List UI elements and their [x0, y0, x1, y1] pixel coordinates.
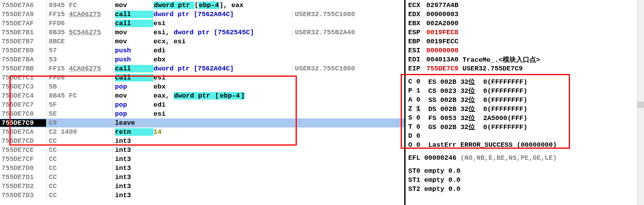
disasm-row[interactable]: 755DE7BBFF15 4CA06275calldword ptr [7562… [0, 64, 404, 73]
register-row[interactable]: ESI00000000 [408, 46, 644, 55]
register-name: EDI [408, 56, 426, 63]
disasm-row[interactable]: 755DE7AFFFD6callesi [0, 19, 404, 28]
instruction: int3 [113, 164, 292, 172]
mnemonic: retn [115, 128, 154, 136]
address: 755DE7B1 [0, 29, 46, 36]
comment: USER32.755C1080 [292, 65, 404, 72]
instruction: popedi [113, 101, 292, 109]
efl-row[interactable]: EFL 00000246 (NO,NB,E,BE,NS,PE,GE,LE) [408, 153, 644, 163]
operands: dword ptr [7562A04C] [154, 11, 234, 18]
segment-info: CS 0023 32位 0(FFFFFFFF) [420, 86, 527, 95]
instruction: retn14 [113, 128, 292, 136]
flag-value: 1 [416, 87, 420, 94]
flag-row[interactable]: S 0 FS 0053 32位 2A5000(FFF) [408, 113, 644, 122]
disasm-row[interactable]: 755DE7A68945 FCmovdword ptr [ebp-4], eax [0, 1, 404, 10]
disasm-row[interactable]: 755DE7CDCCint3 [0, 137, 404, 146]
bytes: CC [46, 164, 113, 172]
fpu-row[interactable]: ST1 empty 0.0 [408, 175, 644, 185]
disasm-row[interactable]: 755DE7D0CCint3 [0, 164, 404, 173]
efl-flags: (NO,NB,E,BE,NS,PE,GE,LE) [461, 154, 557, 162]
disasm-row[interactable]: 755DE7A9FF15 4CA06275calldword ptr [7562… [0, 10, 404, 19]
flag-name: A [408, 96, 416, 103]
flag-row[interactable]: T 0 GS 002B 32位 0(FFFFFFFF) [408, 122, 644, 131]
mnemonic: mov [115, 2, 154, 9]
disasm-row[interactable]: 755DE7CFCCint3 [0, 155, 404, 164]
bytes: 8B35 5C546275 [46, 29, 113, 36]
register-value: 00000000 [426, 47, 459, 54]
fpu-row[interactable]: ST0 empty 0.0 [408, 166, 644, 175]
address: 755DE7B7 [0, 38, 46, 45]
scrollbar[interactable] [637, 0, 644, 205]
lasterr-row[interactable]: O 0 LastErr ERROR_SUCCESS (00000000) [408, 140, 644, 150]
disasm-row[interactable]: 755DE7B957pushedi [0, 46, 404, 55]
register-row[interactable]: ESP0019FEC8 [408, 28, 644, 37]
register-value: 00000003 [426, 11, 459, 18]
fpu-row[interactable]: ST2 empty 0.0 [408, 185, 644, 194]
disasm-row[interactable]: 755DE7C35Bpopebx [0, 82, 404, 91]
flag-value: 0 [416, 114, 420, 122]
efl-value: EFL 00000246 [408, 154, 461, 162]
mnemonic: pop [115, 110, 154, 118]
register-row[interactable]: EIP755DE7C9 USER32.755DE7C9 [408, 64, 644, 73]
address: 755DE7D1 [0, 174, 46, 181]
disasm-row[interactable]: 755DE7C85Epopesi [0, 109, 404, 118]
flag-name: T [408, 123, 416, 131]
disasm-row[interactable]: 755DE7CAC2 1400retn14 [0, 127, 404, 137]
mnemonic: mov [115, 38, 154, 45]
flag-row[interactable]: P 1 CS 0023 32位 0(FFFFFFFF) [408, 86, 644, 95]
address: 755DE7CD [0, 137, 46, 145]
instruction: movecx, esi [113, 38, 292, 45]
register-value: 02977A4B [426, 2, 459, 9]
address: 755DE7C9 [0, 119, 46, 127]
register-row[interactable]: EDI004013A0 TraceMe_.<模块入口点> [408, 55, 644, 64]
bytes: C2 1400 [46, 128, 113, 136]
operands: dword ptr [ebp-4], eax [154, 2, 243, 9]
bytes: 5B [46, 83, 113, 90]
disasm-row[interactable]: 755DE7B18B35 5C546275movesi, dword ptr [… [0, 28, 404, 37]
instruction: movesi, dword ptr [7562545C] [113, 29, 292, 36]
disasm-row[interactable]: 755DE7D1CCint3 [0, 173, 404, 182]
disasm-row[interactable]: 755DE7B78BCEmovecx, esi [0, 37, 404, 46]
flag-row[interactable]: C 0 ES 002B 32位 0(FFFFFFFF) [408, 77, 644, 86]
disasm-row[interactable]: 755DE7D3CCint3 [0, 191, 404, 200]
operands: eax, dword ptr [ebp-4] [154, 92, 245, 100]
flag-value: 0 [416, 96, 420, 103]
address: 755DE7CE [0, 146, 46, 154]
instruction: callesi [113, 20, 292, 27]
disasm-row[interactable]: 755DE7D2CCint3 [0, 182, 404, 191]
disasm-row[interactable]: 755DE7C1FFD6callesi [0, 73, 404, 82]
disasm-row[interactable]: 755DE7CECCint3 [0, 146, 404, 155]
operands: edi [154, 101, 166, 109]
disasm-row[interactable]: 755DE7C48B45 FCmoveax, dword ptr [ebp-4] [0, 91, 404, 100]
register-row[interactable]: EBP0019FECC [408, 37, 644, 46]
flag-row[interactable]: A 0 SS 002B 32位 0(FFFFFFFF) [408, 95, 644, 104]
register-name: EDX [408, 11, 426, 18]
disasm-row[interactable]: 755DE7C75Fpopedi [0, 100, 404, 109]
operands: esi [154, 20, 166, 27]
scrollbar-thumb[interactable] [637, 102, 644, 108]
segment-info: FS 0053 32位 2A5000(FFF) [420, 113, 527, 122]
disasm-row[interactable]: 755DE7C9C9leave [0, 118, 404, 127]
register-extra: TraceMe_.<模块入口点> [459, 55, 540, 64]
address: 755DE7BB [0, 65, 46, 72]
address: 755DE7D0 [0, 164, 46, 172]
register-row[interactable]: EBX002A2000 [408, 19, 644, 28]
flag-name: C [408, 78, 416, 85]
registers-pane[interactable]: ECX02977A4BEDX00000003EBX002A2000ESP0019… [405, 0, 644, 205]
register-name: ESP [408, 29, 426, 36]
register-row[interactable]: ECX02977A4B [408, 1, 644, 10]
address: 755DE7B9 [0, 47, 46, 54]
operands: esi [154, 110, 166, 118]
bytes: CC [46, 174, 113, 181]
flag-row[interactable]: D 0 [408, 131, 644, 140]
disassembly-pane[interactable]: 755DE7A68945 FCmovdword ptr [ebp-4], eax… [0, 0, 405, 205]
instruction: calldword ptr [7562A04C] [113, 11, 292, 18]
mnemonic: int3 [115, 164, 154, 172]
disasm-row[interactable]: 755DE7BA53pushebx [0, 55, 404, 64]
register-row[interactable]: EDX00000003 [408, 10, 644, 19]
bytes: 53 [46, 56, 113, 63]
flag-name: P [408, 87, 416, 94]
address: 755DE7A6 [0, 2, 46, 9]
register-name: ECX [408, 2, 426, 9]
flag-row[interactable]: Z 1 DS 002B 32位 0(FFFFFFFF) [408, 104, 644, 113]
